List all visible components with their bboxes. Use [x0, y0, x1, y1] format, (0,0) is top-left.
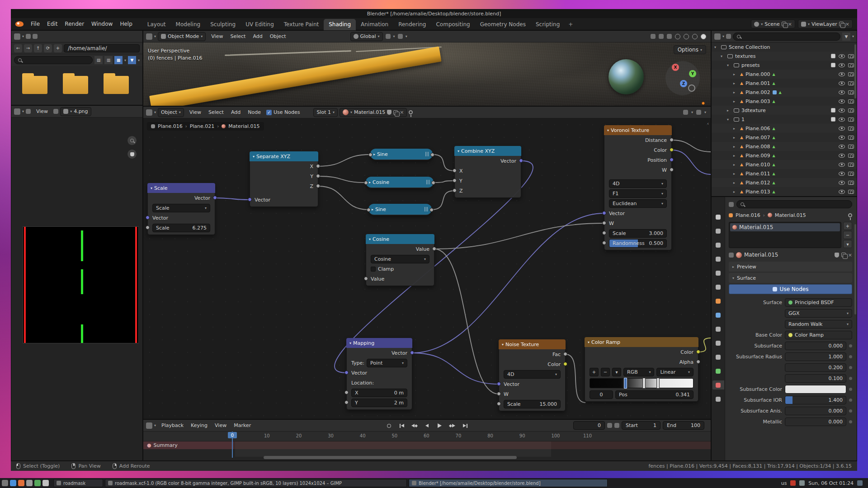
expand-arrow-icon[interactable]: ▸	[733, 81, 738, 85]
node-dropdown-4d[interactable]: 4D▾	[609, 179, 667, 188]
use-nodes-button[interactable]: Use Nodes	[729, 284, 852, 294]
xray-icon[interactable]	[667, 34, 672, 39]
up-button[interactable]: ↑	[34, 44, 42, 52]
property-slider-subsurface-anis[interactable]: 0.000	[785, 407, 846, 415]
node-header[interactable]: ▸Sine	[370, 149, 433, 160]
remove-slot-button[interactable]: −	[843, 231, 852, 239]
keyboard-layout-indicator[interactable]: us	[781, 480, 787, 486]
tray-icon[interactable]	[857, 480, 863, 486]
play-button[interactable]	[434, 421, 446, 430]
collapse-arrow-icon[interactable]: ▾	[458, 149, 459, 153]
folder-icon-2[interactable]	[104, 76, 129, 94]
new-view-layer-icon[interactable]	[839, 22, 844, 26]
timeline-menu-keying[interactable]: Keying	[187, 422, 211, 428]
node-dropdown-scale[interactable]: Scale▾	[152, 204, 210, 212]
output-socket-vector[interactable]	[519, 159, 523, 163]
animate-decorator-icon[interactable]	[849, 344, 852, 347]
camera-toggle-icon[interactable]	[848, 172, 854, 176]
workspace-add-button[interactable]: +	[565, 19, 576, 30]
camera-toggle-icon[interactable]	[848, 108, 854, 113]
node-field-x[interactable]: X0 m	[351, 389, 407, 397]
node-header[interactable]: ▸Sine	[368, 204, 432, 215]
summary-channel[interactable]: ● Summary	[143, 441, 234, 449]
workspace-tab-shading[interactable]: Shading	[324, 19, 356, 30]
output-socket-value[interactable]	[430, 153, 434, 157]
shader-type-selector[interactable]: Object ▾	[158, 108, 184, 117]
animate-decorator-icon[interactable]	[849, 399, 852, 402]
properties-tab-world[interactable]	[712, 282, 724, 291]
node-mapping[interactable]: ▾MappingVectorType:Point▾VectorLocation:…	[346, 338, 412, 410]
solid-shading-icon[interactable]	[684, 34, 689, 39]
properties-tab-modifiers[interactable]	[712, 310, 724, 319]
mode-selector[interactable]: Object Mode ▾	[158, 32, 206, 41]
node-header[interactable]: ▾Separate XYZ	[250, 151, 318, 161]
output-socket-value[interactable]	[316, 174, 320, 178]
material-slot-list[interactable]: Material.015	[729, 222, 841, 248]
output-socket-vector[interactable]	[213, 196, 217, 200]
property-slider-subsurface-radius[interactable]: 1.000	[785, 352, 846, 361]
node-separate-xyz[interactable]: ▾Separate XYZXYZVector	[250, 151, 318, 207]
camera-toggle-icon[interactable]	[848, 99, 854, 103]
output-socket-value[interactable]	[696, 360, 700, 364]
expand-arrow-icon[interactable]: ▸	[733, 72, 738, 76]
expand-arrow-icon[interactable]: ▸	[733, 127, 738, 131]
expand-arrow-icon[interactable]: ▾	[714, 45, 719, 49]
unlink-scene-icon[interactable]: ×	[788, 22, 792, 27]
sidebar-toggle-icon[interactable]: ‹	[707, 121, 709, 126]
viewport-menu-view[interactable]: View	[208, 33, 226, 39]
menu-edit[interactable]: Edit	[43, 21, 61, 27]
pin-icon[interactable]	[409, 110, 413, 114]
outliner-row-plane-010[interactable]: ▸▲Plane.010▲	[712, 160, 857, 169]
editor-type-icon[interactable]	[714, 33, 721, 40]
input-socket-value[interactable]	[364, 277, 368, 281]
lock-range-icon[interactable]	[614, 423, 619, 428]
input-socket-value[interactable]	[368, 153, 373, 157]
blender-logo-icon[interactable]	[15, 21, 24, 27]
node-header[interactable]: ▾Scale	[147, 183, 215, 193]
editor-type-icon[interactable]	[146, 109, 152, 116]
fake-user-icon[interactable]	[387, 110, 392, 115]
expand-arrow-icon[interactable]: ▸	[733, 136, 738, 140]
clamp-checkbox[interactable]	[371, 267, 376, 272]
node-header[interactable]: ▾Cosine	[366, 234, 434, 244]
input-socket-vector[interactable]	[344, 371, 349, 375]
property-node-button-color-ramp[interactable]: Color Ramp	[785, 331, 852, 339]
collapse-arrow-icon[interactable]: ▾	[349, 341, 351, 345]
ramp-color-mode-dropdown[interactable]: RGB▾	[623, 368, 654, 376]
node-cosine-1[interactable]: ▸Cosine	[366, 177, 434, 188]
slot-selector[interactable]: Slot 1 ▾	[313, 108, 338, 117]
material-slot-row[interactable]: Material.015	[730, 223, 840, 231]
use-nodes-checkbox[interactable]: ✓	[266, 110, 272, 115]
eye-toggle-icon[interactable]	[839, 190, 845, 194]
unlink-material-icon[interactable]: ×	[400, 110, 404, 115]
ramp-options-button[interactable]: ▾	[612, 368, 621, 376]
animate-decorator-icon[interactable]	[849, 388, 852, 391]
input-socket-vector[interactable]	[248, 197, 252, 202]
properties-tab-output[interactable]	[712, 240, 724, 249]
camera-toggle-icon[interactable]	[848, 90, 854, 94]
outliner-row-1[interactable]: ▾1	[712, 115, 857, 124]
file-search-input[interactable]	[14, 56, 93, 64]
output-socket-vector[interactable]	[410, 351, 414, 355]
ramp-stop-1[interactable]	[642, 378, 646, 389]
node-header[interactable]: ▾Noise Texture	[499, 339, 566, 349]
hamburger-menu-icon[interactable]	[53, 109, 58, 114]
ramp-add-stop-button[interactable]: +	[590, 368, 599, 376]
play-reverse-button[interactable]	[421, 421, 433, 430]
input-socket-value[interactable]	[497, 392, 501, 396]
camera-toggle-icon[interactable]	[848, 163, 854, 167]
node-cosine-2[interactable]: ▾CosineValueCosine▾ClampValue	[366, 234, 434, 286]
fake-user-icon[interactable]	[835, 253, 839, 258]
camera-toggle-icon[interactable]	[848, 81, 854, 85]
input-socket-value[interactable]	[497, 402, 501, 406]
editor-type-icon[interactable]	[14, 108, 20, 115]
input-socket-vector[interactable]	[497, 382, 501, 386]
ramp-remove-stop-button[interactable]: −	[601, 368, 610, 376]
eye-toggle-icon[interactable]	[839, 99, 845, 103]
collapse-arrow-icon[interactable]: ▾	[369, 237, 371, 241]
ramp-interpolation-dropdown[interactable]: Linear▾	[656, 368, 693, 376]
node-field-scale[interactable]: Scale3.000	[609, 229, 667, 238]
camera-toggle-icon[interactable]	[848, 127, 854, 131]
animate-decorator-icon[interactable]	[849, 366, 852, 369]
image-canvas[interactable]	[23, 226, 139, 343]
